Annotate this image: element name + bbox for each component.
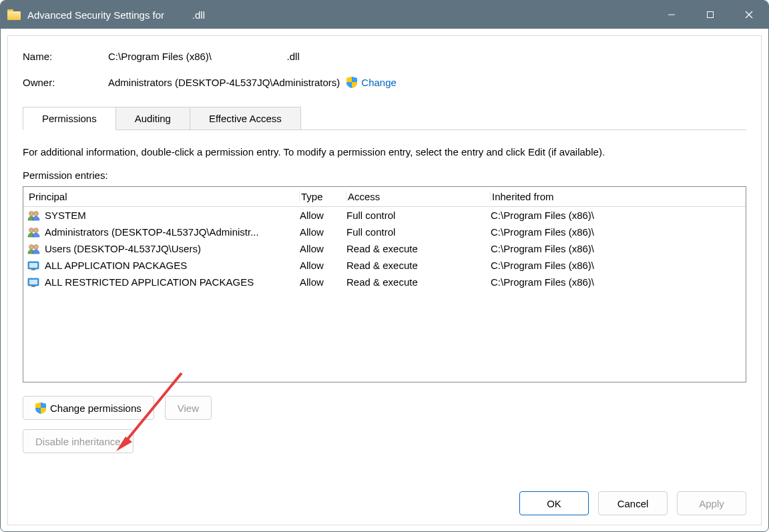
apply-button[interactable]: Apply (677, 491, 746, 515)
table-row[interactable]: SYSTEMAllowFull controlC:\Program Files … (23, 207, 746, 224)
name-value: C:\Program Files (x86)\ .dll (108, 51, 300, 62)
table-row[interactable]: ALL RESTRICTED APPLICATION PACKAGESAllow… (23, 274, 746, 290)
access-text: Read & execute (346, 243, 491, 254)
view-button[interactable]: View (165, 396, 212, 420)
access-text: Full control (346, 226, 491, 238)
window-title: Advanced Security Settings for .dll (27, 9, 205, 21)
change-owner-link[interactable]: Change (346, 77, 397, 88)
type-text: Allow (300, 276, 346, 288)
main-panel: Name: C:\Program Files (x86)\ .dll Owner… (7, 35, 762, 525)
maximize-button[interactable] (691, 1, 730, 29)
table-row[interactable]: ALL APPLICATION PACKAGESAllowRead & exec… (23, 257, 746, 274)
principal-text: Administrators (DESKTOP-4L537JQ\Administ… (45, 226, 259, 238)
ok-button[interactable]: OK (519, 491, 589, 515)
package-icon (27, 260, 41, 271)
owner-value: Administrators (DESKTOP-4L537JQ\Administ… (108, 77, 340, 88)
principal-text: Users (DESKTOP-4L537JQ\Users) (45, 243, 201, 254)
table-row[interactable]: Users (DESKTOP-4L537JQ\Users)AllowRead &… (23, 240, 746, 257)
inherited-text: C:\Program Files (x86)\ (491, 210, 742, 221)
table-row[interactable]: Administrators (DESKTOP-4L537JQ\Administ… (23, 224, 746, 240)
cancel-button[interactable]: Cancel (598, 491, 668, 515)
close-button[interactable] (730, 1, 768, 29)
package-icon (27, 277, 41, 288)
access-text: Full control (346, 210, 491, 221)
col-inherited[interactable]: Inherited from (491, 191, 742, 202)
entries-label: Permission entries: (23, 170, 746, 181)
users-icon (27, 244, 41, 254)
titlebar[interactable]: Advanced Security Settings for .dll (1, 1, 768, 29)
principal-text: ALL APPLICATION PACKAGES (45, 260, 187, 271)
tab-effective-access[interactable]: Effective Access (190, 107, 301, 129)
tabstrip: Permissions Auditing Effective Access (23, 107, 746, 130)
users-icon (27, 210, 41, 221)
col-type[interactable]: Type (300, 191, 346, 202)
type-text: Allow (300, 210, 346, 221)
col-principal[interactable]: Principal (27, 191, 300, 202)
owner-label: Owner: (23, 77, 108, 88)
minimize-button[interactable] (652, 1, 691, 29)
type-text: Allow (300, 260, 346, 271)
access-text: Read & execute (346, 260, 491, 271)
principal-text: SYSTEM (45, 210, 86, 221)
name-label: Name: (23, 51, 108, 62)
access-text: Read & execute (346, 276, 491, 288)
type-text: Allow (300, 226, 346, 238)
inherited-text: C:\Program Files (x86)\ (491, 276, 742, 288)
permission-entries-table[interactable]: Principal Type Access Inherited from SYS… (23, 186, 746, 382)
hint-text: For additional information, double-click… (23, 146, 746, 158)
type-text: Allow (300, 243, 346, 254)
advanced-security-window: Advanced Security Settings for .dll Name… (0, 0, 769, 532)
shield-icon (35, 403, 46, 414)
inherited-text: C:\Program Files (x86)\ (491, 260, 742, 271)
users-icon (27, 227, 41, 238)
svg-rect-6 (708, 12, 714, 18)
disable-inheritance-button[interactable]: Disable inheritance (23, 429, 134, 453)
inherited-text: C:\Program Files (x86)\ (491, 243, 742, 254)
principal-text: ALL RESTRICTED APPLICATION PACKAGES (45, 276, 254, 288)
change-permissions-button[interactable]: Change permissions (23, 396, 154, 420)
folder-icon (7, 9, 21, 20)
tab-auditing[interactable]: Auditing (115, 107, 190, 129)
col-access[interactable]: Access (346, 191, 491, 202)
tab-permissions[interactable]: Permissions (23, 107, 116, 130)
inherited-text: C:\Program Files (x86)\ (491, 226, 742, 238)
shield-icon (346, 77, 357, 88)
table-header: Principal Type Access Inherited from (23, 187, 746, 207)
